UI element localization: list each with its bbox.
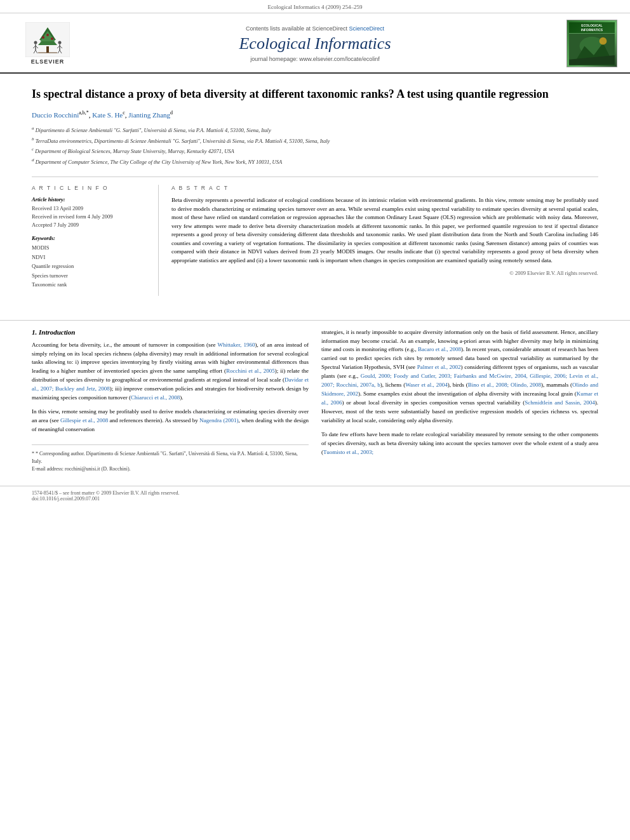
svg-point-25 [600,37,607,45]
article-info-abstract-section: A R T I C L E I N F O Article history: R… [32,177,598,295]
body-left-column: 1. Introduction Accounting for beta dive… [32,328,309,473]
keyword-turnover: Species turnover [32,271,148,280]
ref-davidar[interactable]: Davidar et al., 2007; Buckley and Jetz, … [32,377,309,392]
keywords-label: Keywords: [32,235,148,241]
history-revised: Received in revised form 4 July 2009 [32,213,148,221]
svg-point-7 [51,37,53,40]
affil-d: d Department of Computer Science, The Ci… [32,157,598,166]
footer-issn: 1574-8541/$ – see front matter © 2009 El… [32,490,180,496]
ref-tuomisto[interactable]: Tuomisto et al., 2003; [323,449,373,455]
page-wrapper: Ecological Informatics 4 (2009) 254–259 [0,0,630,505]
cover-title: ECOLOGICALINFORMATICS [569,22,615,33]
elsevier-logo-area: ELSEVIER [13,22,83,65]
footnote-area: * * Corresponding author. Dipartimento d… [32,444,309,473]
keyword-quantile: Quantile regression [32,262,148,270]
footnote-email: E-mail address: rocchini@unisi.it (D. Ro… [32,465,309,473]
journal-homepage: journal homepage: www.elsevier.com/locat… [83,56,547,62]
ref-gould[interactable]: Gould, 2000; Foody and Cutler, 2003; Fai… [321,373,598,388]
author-he[interactable]: Kate S. He [92,111,123,119]
journal-header: ELSEVIER Contents lists available at Sci… [0,13,630,74]
footer-bar: 1574-8541/$ – see front matter © 2009 El… [0,486,630,505]
journal-cover-image: ECOLOGICALINFORMATICS [566,20,617,67]
ref-waser[interactable]: Waser et al., 2004 [405,382,447,388]
keyword-modis: MODIS [32,243,148,252]
journal-title: Ecological Informatics [83,34,547,53]
ref-nagendra[interactable]: Nagendra (2001) [199,417,238,423]
ref-palmer[interactable]: Palmer et al., 2002 [417,364,461,370]
contents-available-line: Contents lists available at ScienceDirec… [83,25,547,32]
affil-b: b TerraData environmetrics, Dipartimento… [32,136,598,145]
ref-rocchini-2005[interactable]: Rocchini et al., 2005 [226,368,275,374]
author-zhang-sup: d [170,110,173,116]
author-zhang[interactable]: Jianting Zhang [128,111,170,119]
affil-c: c Department of Biological Sciences, Mur… [32,146,598,156]
history-label: Article history: [32,196,148,203]
main-body: 1. Introduction Accounting for beta dive… [0,328,630,486]
introduction-title: 1. Introduction [32,328,309,336]
abstract-heading: A B S T R A C T [171,185,598,191]
article-history: Article history: Received 13 April 2009 … [32,196,148,229]
journal-cover-area: ECOLOGICALINFORMATICS [547,20,617,67]
intro-paragraph-1: Accounting for beta diversity, i.e., the… [32,341,309,403]
keywords-section: Keywords: MODIS NDVI Quantile regression… [32,235,148,289]
article-content: Is spectral distance a proxy of beta div… [0,74,630,312]
ref-gillespie-2008[interactable]: Gillespie et al., 2008 [60,417,108,423]
ref-schmidtlein[interactable]: Schmidtlein and Sassin, 2004 [525,399,595,406]
author-rocchini[interactable]: Duccio Rocchini [32,111,79,119]
affiliations: a Dipartimento di Scienze Ambientali "G.… [32,125,598,166]
section-divider [0,320,630,321]
journal-title-area: Contents lists available at ScienceDirec… [83,25,547,62]
author-he-sup: c [123,110,125,116]
ref-bino[interactable]: Bino et al., 2008; Olindo, 2008 [468,382,541,388]
copyright-line: © 2009 Elsevier B.V. All rights reserved… [171,270,598,276]
keywords-list: MODIS NDVI Quantile regression Species t… [32,243,148,289]
journal-issue-info: Ecological Informatics 4 (2009) 254–259 [268,4,363,10]
ref-chiarucci[interactable]: Chiarucci et al., 2008 [131,394,180,401]
ref-bacaro[interactable]: Bacaro et al., 2008 [418,346,461,352]
abstract-text: Beta diversity represents a powerful ind… [171,196,598,265]
footnote-star: * * Corresponding author. Dipartimento d… [32,450,309,465]
keyword-rank: Taxonomic rank [32,280,148,289]
elsevier-wordmark: ELSEVIER [31,58,65,65]
cover-landscape-icon [569,33,615,65]
abstract-section: A B S T R A C T Beta diversity represent… [171,185,598,295]
svg-point-6 [42,36,44,39]
top-bar: Ecological Informatics 4 (2009) 254–259 [0,0,630,13]
svg-point-9 [34,41,37,44]
authors-line: Duccio Rocchinia,b,*, Kate S. Hec, Jiant… [32,109,598,120]
footer-doi: doi:10.1016/j.ecoinf.2009.07.001 [32,496,100,502]
ref-whittaker[interactable]: Whittaker, 1960 [218,342,255,348]
body-right-column: strategies, it is nearly impossible to a… [321,328,598,473]
intro-paragraph-2: In this view, remote sensing may be prof… [32,408,309,434]
history-received: Received 13 April 2009 [32,204,148,213]
article-info-panel: A R T I C L E I N F O Article history: R… [32,185,159,295]
elsevier-logo: ELSEVIER [13,22,83,65]
keyword-ndvi: NDVI [32,253,148,262]
intro-paragraph-3: strategies, it is nearly impossible to a… [321,328,598,425]
svg-point-15 [58,41,62,44]
intro-paragraph-4: To date few efforts have been made to re… [321,430,598,457]
article-title: Is spectral distance a proxy of beta div… [32,86,598,102]
article-info-heading: A R T I C L E I N F O [32,185,148,191]
elsevier-tree-icon [25,22,70,57]
cover-image [569,33,615,65]
history-accepted: Accepted 7 July 2009 [32,221,148,229]
author-rocchini-sup: a,b,* [79,110,89,116]
svg-point-8 [46,34,49,36]
svg-rect-1 [46,46,49,53]
sciencedirect-link[interactable]: ScienceDirect [349,25,385,32]
affil-a: a Dipartimento di Scienze Ambientali "G.… [32,125,598,135]
